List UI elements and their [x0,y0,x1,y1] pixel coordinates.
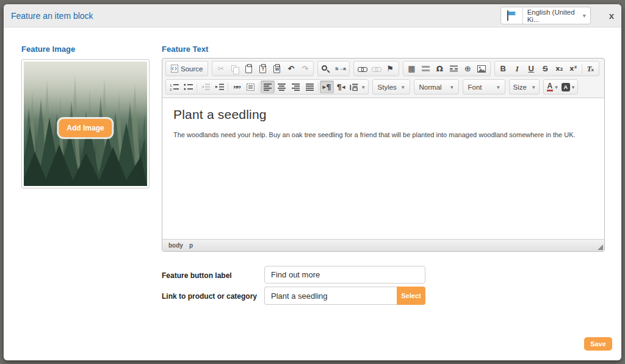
close-icon[interactable]: x [609,11,614,20]
styles-dropdown[interactable]: Styles ▾ [374,80,408,93]
remove-format-button[interactable]: Tx [583,62,598,75]
bold-icon: B [500,64,506,73]
element-path-p[interactable]: p [189,242,193,249]
clipboard-group: ✂ T W ↶ ↷ [212,61,314,76]
text-color-button[interactable]: A ▾ [545,80,560,93]
page-break-icon [450,65,458,72]
replace-button[interactable]: b→a [333,62,347,75]
strikethrough-button[interactable]: S [538,62,552,75]
subscript-button[interactable]: x₂ [552,62,566,75]
blockquote-button[interactable]: ”” [229,80,244,93]
font-dropdown-group: Font ▾ [463,79,505,95]
background-color-button[interactable]: A ▾ [560,80,577,93]
link-to-product-input[interactable] [264,287,397,305]
special-character-button[interactable]: Ω [433,62,447,75]
unlink-button[interactable] [369,62,383,75]
horizontal-rule-button[interactable] [419,62,433,75]
align-right-button[interactable] [289,80,303,93]
chevron-down-icon: ▾ [583,12,586,19]
superscript-icon: x² [569,65,577,73]
div-container-button[interactable] [244,80,258,93]
strikethrough-icon: S [543,64,548,73]
bold-button[interactable]: B [496,62,510,75]
select-button[interactable]: Select [397,287,425,305]
toolbar-row-2: 1. 2. [165,79,602,98]
numbered-list-button[interactable]: 1. 2. [167,80,181,93]
chevron-down-icon: ▾ [555,84,558,90]
toolbar-separator [582,64,582,74]
align-left-button[interactable] [261,80,275,93]
bulleted-list-icon [184,83,193,91]
chevron-down-icon: ▾ [450,84,453,90]
paste-plain-text-button[interactable]: T [256,62,270,75]
feature-text-label: Feature Text [162,45,208,54]
justify-button[interactable] [303,80,317,93]
italic-button[interactable]: I [510,62,524,75]
paste-icon [245,65,252,73]
omega-icon: Ω [436,65,443,73]
chevron-down-icon: ▾ [362,84,365,90]
language-button[interactable]: ▾ [348,80,367,93]
toolbar-separator [197,82,197,92]
image-button[interactable] [475,62,489,75]
anchor-button[interactable]: ⚑ [383,62,397,75]
chevron-down-icon: ▾ [497,84,500,90]
language-icon [350,84,358,91]
language-selector[interactable]: English (United Ki... ▾ [500,7,591,24]
font-dropdown-label: Font [468,84,482,91]
align-center-icon [278,83,286,91]
iframe-button[interactable]: ⊕ [461,62,475,75]
decrease-indent-button[interactable] [198,80,212,93]
source-button-label: Source [181,65,203,73]
content-heading: Plant a seedling [173,107,593,122]
ltr-pilcrow-icon: ¶ [326,83,331,91]
paste-from-word-button[interactable]: W [270,62,284,75]
text-direction-ltr-button[interactable]: ▸¶ [320,80,334,93]
underline-icon: U [529,64,534,73]
feature-image-preview[interactable]: Add Image [21,59,150,188]
table-button[interactable]: ▦ [405,62,419,75]
find-button[interactable] [319,62,333,75]
paste-button[interactable] [242,62,256,75]
copy-button[interactable] [228,62,242,75]
table-icon: ▦ [408,65,415,73]
font-dropdown[interactable]: Font ▾ [464,80,504,93]
copy-icon [231,65,236,71]
size-dropdown-group: Size ▾ [509,79,540,95]
rtl-pilcrow-icon: ¶ [337,83,342,91]
undo-button[interactable]: ↶ [284,62,298,75]
language-dropdown[interactable]: English (United Ki... ▾ [523,7,590,24]
save-button[interactable]: Save [584,337,612,351]
div-container-icon [247,84,255,91]
basic-styles-group: B I U S x₂ x² Tx [494,61,599,76]
link-button[interactable] [355,62,369,75]
underline-button[interactable]: U [524,62,538,75]
element-path-body[interactable]: body [168,242,183,249]
paragraph-format-dropdown[interactable]: Normal ▾ [416,80,457,93]
size-dropdown[interactable]: Size ▾ [511,80,538,93]
superscript-button[interactable]: x² [566,62,580,75]
colors-group: A ▾ A ▾ [543,79,579,95]
resize-handle[interactable] [598,244,603,250]
size-dropdown-label: Size [513,84,527,91]
toolbar-separator [228,82,228,92]
paste-plain-text-icon: T [259,65,266,73]
page-break-button[interactable] [447,62,461,75]
horizontal-rule-icon [422,66,430,71]
increase-indent-button[interactable] [212,80,226,93]
text-direction-rtl-button[interactable]: ¶◂ [334,80,348,93]
bulleted-list-button[interactable] [181,80,195,93]
redo-button[interactable]: ↷ [298,62,312,75]
align-center-button[interactable] [275,80,289,93]
text-color-icon: A [547,83,554,91]
source-button[interactable]: Source [167,62,206,75]
toolbar-separator [259,82,259,92]
background-color-icon: A [562,83,570,91]
align-right-icon [292,83,300,91]
cut-button[interactable]: ✂ [214,62,228,75]
editor-content-area[interactable]: Plant a seedling The woodlands need your… [162,98,604,240]
rich-text-editor: Source ✂ T W ↶ ↷ b→a [162,58,605,252]
feature-button-label-input[interactable] [264,266,425,284]
add-image-button[interactable]: Add Image [59,119,112,137]
toolbar-row-1: Source ✂ T W ↶ ↷ b→a [165,61,602,79]
